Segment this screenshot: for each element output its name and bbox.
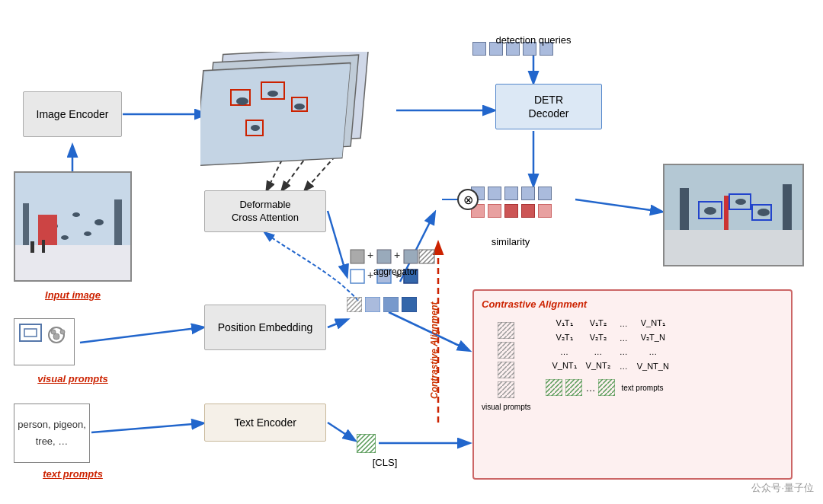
diagram-container: Image Encoder DETRDecoder DeformableCros… (0, 0, 823, 504)
text-prompts-label: text prompts (14, 468, 132, 480)
svg-point-70 (735, 199, 746, 205)
sim-pink-4 (521, 204, 535, 218)
svg-line-15 (328, 423, 354, 440)
ca-cell-4-4: V_NT_N (632, 359, 674, 373)
detr-decoder-box: DETRDecoder (495, 84, 602, 129)
ca-visual-tokens: visual prompts (482, 322, 530, 411)
ca-row-3: … … … … (547, 345, 673, 359)
cls-token (357, 434, 376, 453)
feature-maps-svg (200, 52, 387, 185)
svg-line-9 (328, 211, 347, 276)
contrastive-alignment-box: Contrastive Alignment (472, 289, 793, 480)
visual-prompts-label: visual prompts (14, 373, 132, 384)
ca-table: V₁T₁ V₁T₂ … V_NT₁ V₂T₁ V₂T₂ … V₂T_N … … (547, 316, 673, 373)
ca-vt-4 (498, 381, 514, 398)
svg-rect-67 (680, 188, 689, 230)
svg-line-14 (91, 423, 203, 432)
svg-rect-53 (404, 250, 418, 263)
sim-blue-4 (521, 187, 535, 200)
output-image-svg (664, 165, 804, 266)
ca-row-2: V₂T₁ V₂T₂ … V₂T_N (547, 330, 673, 345)
pe-token-4 (402, 297, 417, 312)
svg-rect-31 (20, 324, 41, 341)
sim-pink-2 (488, 204, 501, 218)
ca-text-tokens: … text prompts (546, 379, 673, 396)
ca-vt-2 (498, 342, 514, 359)
svg-rect-81 (565, 379, 582, 396)
svg-text:+: + (394, 249, 400, 261)
sim-blue-2 (488, 187, 501, 200)
svg-rect-75 (724, 196, 729, 230)
svg-line-12 (80, 327, 203, 343)
svg-text:+: + (367, 249, 373, 261)
svg-point-35 (60, 330, 65, 334)
ca-cell-2-3: … (615, 330, 632, 345)
ca-text-label: text prompts (621, 384, 663, 392)
svg-rect-82 (598, 379, 615, 396)
svg-point-71 (757, 209, 770, 216)
svg-point-48 (251, 125, 260, 131)
svg-rect-76 (498, 322, 514, 339)
svg-rect-78 (498, 362, 514, 378)
otimes-symbol: ⊗ (457, 189, 479, 210)
svg-rect-29 (30, 241, 34, 253)
ca-vt-3 (498, 362, 514, 378)
output-image (663, 164, 804, 266)
ca-tt-2 (565, 379, 582, 396)
svg-rect-21 (23, 203, 29, 245)
text-prompts-content: person, pigeon, tree, … (14, 416, 89, 450)
svg-point-69 (704, 207, 716, 215)
ca-cell-1-4: V_NT₁ (632, 316, 674, 330)
svg-rect-68 (783, 184, 792, 230)
svg-rect-63 (402, 297, 417, 312)
position-embedding-label: Position Embedding (218, 321, 313, 334)
sim-pink-3 (504, 204, 518, 218)
pe-output-tokens (347, 297, 417, 312)
ca-cell-3-4: … (632, 345, 674, 359)
contrastive-box-title: Contrastive Alignment (482, 298, 783, 310)
text-prompts-box: person, pigeon, tree, … (14, 404, 90, 463)
pe-token-2 (365, 297, 380, 312)
ca-tt-1 (546, 379, 562, 396)
svg-text:+: + (367, 269, 373, 281)
svg-rect-79 (498, 381, 514, 398)
image-encoder-box: Image Encoder (23, 91, 122, 137)
svg-rect-28 (38, 215, 57, 245)
svg-rect-32 (24, 329, 37, 337)
svg-rect-77 (498, 342, 514, 359)
ca-cell-4-2: V_NT₂ (581, 359, 615, 373)
ca-vt-1 (498, 322, 514, 339)
deformable-ca-label: DeformableCross Attention (232, 199, 299, 225)
svg-rect-80 (546, 379, 562, 396)
ca-cell-3-2: … (581, 345, 615, 359)
ca-tt-3 (598, 379, 615, 396)
ca-cell-3-3: … (615, 345, 632, 359)
svg-line-13 (328, 320, 347, 327)
svg-rect-51 (377, 250, 391, 263)
svg-rect-49 (351, 250, 364, 263)
contrastive-alignment-text: Contrastive Alignment (427, 251, 442, 449)
svg-rect-64 (357, 434, 376, 453)
ca-row-4: V_NT₁ V_NT₂ … V_NT_N (547, 359, 673, 373)
svg-line-5 (575, 199, 661, 212)
position-embedding-box: Position Embedding (204, 305, 326, 350)
svg-rect-61 (365, 297, 380, 312)
text-encoder-label: Text Encoder (234, 416, 296, 429)
feature-maps (200, 52, 387, 185)
text-encoder-box: Text Encoder (204, 404, 326, 442)
svg-rect-60 (347, 297, 362, 312)
ca-cell-2-1: V₂T₁ (547, 330, 581, 345)
sim-blue-3 (504, 187, 518, 200)
ca-cell-4-3: … (615, 359, 632, 373)
ca-table-container: V₁T₁ V₁T₂ … V_NT₁ V₂T₁ V₂T₂ … V₂T_N … … (540, 316, 673, 396)
image-encoder-label: Image Encoder (37, 107, 109, 121)
svg-rect-30 (42, 240, 45, 253)
svg-point-25 (94, 219, 104, 225)
svg-point-24 (72, 212, 80, 217)
input-image-label: Input image (14, 289, 132, 301)
similarity-tokens-blue (471, 187, 552, 200)
svg-point-27 (84, 231, 91, 236)
cls-label: [CLS] (362, 457, 408, 468)
svg-point-45 (236, 97, 248, 105)
svg-rect-55 (351, 270, 364, 283)
